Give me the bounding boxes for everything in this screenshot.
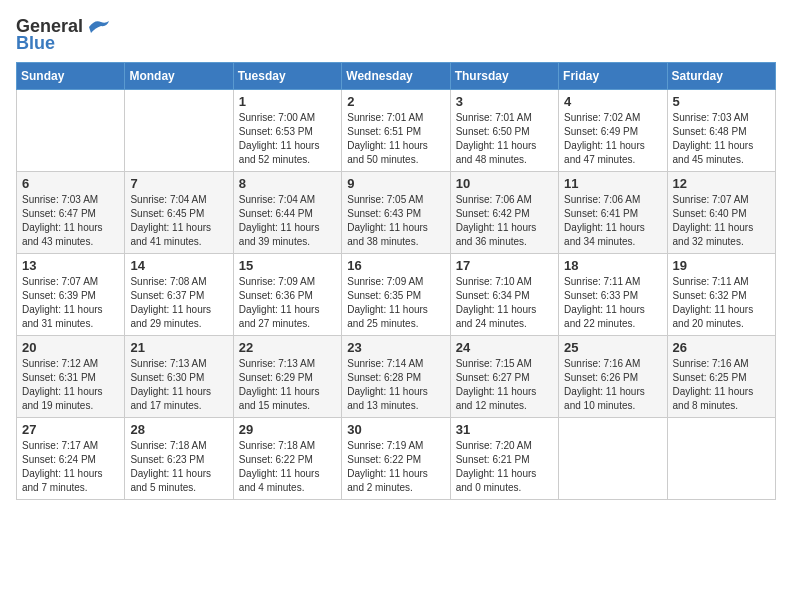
calendar-cell: 24Sunrise: 7:15 AMSunset: 6:27 PMDayligh… xyxy=(450,336,558,418)
day-number: 11 xyxy=(564,176,661,191)
calendar-cell: 19Sunrise: 7:11 AMSunset: 6:32 PMDayligh… xyxy=(667,254,775,336)
calendar-cell: 11Sunrise: 7:06 AMSunset: 6:41 PMDayligh… xyxy=(559,172,667,254)
calendar-cell xyxy=(667,418,775,500)
page-header: General Blue xyxy=(16,16,776,54)
day-info: Sunrise: 7:09 AMSunset: 6:36 PMDaylight:… xyxy=(239,275,336,331)
calendar-cell: 12Sunrise: 7:07 AMSunset: 6:40 PMDayligh… xyxy=(667,172,775,254)
day-info: Sunrise: 7:06 AMSunset: 6:42 PMDaylight:… xyxy=(456,193,553,249)
calendar-week-row: 13Sunrise: 7:07 AMSunset: 6:39 PMDayligh… xyxy=(17,254,776,336)
day-info: Sunrise: 7:19 AMSunset: 6:22 PMDaylight:… xyxy=(347,439,444,495)
calendar-cell: 28Sunrise: 7:18 AMSunset: 6:23 PMDayligh… xyxy=(125,418,233,500)
day-info: Sunrise: 7:05 AMSunset: 6:43 PMDaylight:… xyxy=(347,193,444,249)
day-info: Sunrise: 7:08 AMSunset: 6:37 PMDaylight:… xyxy=(130,275,227,331)
day-number: 3 xyxy=(456,94,553,109)
calendar-cell: 31Sunrise: 7:20 AMSunset: 6:21 PMDayligh… xyxy=(450,418,558,500)
day-info: Sunrise: 7:18 AMSunset: 6:23 PMDaylight:… xyxy=(130,439,227,495)
calendar-week-row: 20Sunrise: 7:12 AMSunset: 6:31 PMDayligh… xyxy=(17,336,776,418)
day-number: 2 xyxy=(347,94,444,109)
calendar-header: SundayMondayTuesdayWednesdayThursdayFrid… xyxy=(17,63,776,90)
day-number: 21 xyxy=(130,340,227,355)
calendar-cell: 2Sunrise: 7:01 AMSunset: 6:51 PMDaylight… xyxy=(342,90,450,172)
day-info: Sunrise: 7:17 AMSunset: 6:24 PMDaylight:… xyxy=(22,439,119,495)
day-info: Sunrise: 7:13 AMSunset: 6:30 PMDaylight:… xyxy=(130,357,227,413)
day-number: 20 xyxy=(22,340,119,355)
day-info: Sunrise: 7:12 AMSunset: 6:31 PMDaylight:… xyxy=(22,357,119,413)
calendar-cell: 13Sunrise: 7:07 AMSunset: 6:39 PMDayligh… xyxy=(17,254,125,336)
day-info: Sunrise: 7:04 AMSunset: 6:45 PMDaylight:… xyxy=(130,193,227,249)
weekday-header-thursday: Thursday xyxy=(450,63,558,90)
day-number: 27 xyxy=(22,422,119,437)
calendar-cell: 6Sunrise: 7:03 AMSunset: 6:47 PMDaylight… xyxy=(17,172,125,254)
calendar-cell: 30Sunrise: 7:19 AMSunset: 6:22 PMDayligh… xyxy=(342,418,450,500)
day-info: Sunrise: 7:06 AMSunset: 6:41 PMDaylight:… xyxy=(564,193,661,249)
day-number: 13 xyxy=(22,258,119,273)
day-info: Sunrise: 7:15 AMSunset: 6:27 PMDaylight:… xyxy=(456,357,553,413)
day-number: 5 xyxy=(673,94,770,109)
day-number: 12 xyxy=(673,176,770,191)
calendar-week-row: 6Sunrise: 7:03 AMSunset: 6:47 PMDaylight… xyxy=(17,172,776,254)
calendar-body: 1Sunrise: 7:00 AMSunset: 6:53 PMDaylight… xyxy=(17,90,776,500)
day-number: 8 xyxy=(239,176,336,191)
calendar-cell: 1Sunrise: 7:00 AMSunset: 6:53 PMDaylight… xyxy=(233,90,341,172)
weekday-header-saturday: Saturday xyxy=(667,63,775,90)
calendar-cell: 4Sunrise: 7:02 AMSunset: 6:49 PMDaylight… xyxy=(559,90,667,172)
day-info: Sunrise: 7:20 AMSunset: 6:21 PMDaylight:… xyxy=(456,439,553,495)
day-number: 4 xyxy=(564,94,661,109)
calendar-cell: 22Sunrise: 7:13 AMSunset: 6:29 PMDayligh… xyxy=(233,336,341,418)
calendar-cell xyxy=(125,90,233,172)
calendar-cell: 20Sunrise: 7:12 AMSunset: 6:31 PMDayligh… xyxy=(17,336,125,418)
day-info: Sunrise: 7:11 AMSunset: 6:32 PMDaylight:… xyxy=(673,275,770,331)
calendar-cell xyxy=(17,90,125,172)
day-number: 31 xyxy=(456,422,553,437)
day-number: 19 xyxy=(673,258,770,273)
calendar-cell: 27Sunrise: 7:17 AMSunset: 6:24 PMDayligh… xyxy=(17,418,125,500)
day-info: Sunrise: 7:01 AMSunset: 6:51 PMDaylight:… xyxy=(347,111,444,167)
day-info: Sunrise: 7:14 AMSunset: 6:28 PMDaylight:… xyxy=(347,357,444,413)
day-info: Sunrise: 7:04 AMSunset: 6:44 PMDaylight:… xyxy=(239,193,336,249)
day-number: 6 xyxy=(22,176,119,191)
calendar-cell: 10Sunrise: 7:06 AMSunset: 6:42 PMDayligh… xyxy=(450,172,558,254)
day-number: 29 xyxy=(239,422,336,437)
day-number: 14 xyxy=(130,258,227,273)
day-number: 26 xyxy=(673,340,770,355)
calendar-cell: 21Sunrise: 7:13 AMSunset: 6:30 PMDayligh… xyxy=(125,336,233,418)
calendar-cell: 9Sunrise: 7:05 AMSunset: 6:43 PMDaylight… xyxy=(342,172,450,254)
day-number: 22 xyxy=(239,340,336,355)
day-number: 16 xyxy=(347,258,444,273)
calendar-cell: 17Sunrise: 7:10 AMSunset: 6:34 PMDayligh… xyxy=(450,254,558,336)
day-info: Sunrise: 7:16 AMSunset: 6:25 PMDaylight:… xyxy=(673,357,770,413)
day-number: 15 xyxy=(239,258,336,273)
calendar-cell xyxy=(559,418,667,500)
day-info: Sunrise: 7:10 AMSunset: 6:34 PMDaylight:… xyxy=(456,275,553,331)
weekday-header-wednesday: Wednesday xyxy=(342,63,450,90)
calendar-cell: 8Sunrise: 7:04 AMSunset: 6:44 PMDaylight… xyxy=(233,172,341,254)
day-number: 23 xyxy=(347,340,444,355)
day-number: 7 xyxy=(130,176,227,191)
day-info: Sunrise: 7:01 AMSunset: 6:50 PMDaylight:… xyxy=(456,111,553,167)
day-info: Sunrise: 7:03 AMSunset: 6:48 PMDaylight:… xyxy=(673,111,770,167)
calendar-cell: 29Sunrise: 7:18 AMSunset: 6:22 PMDayligh… xyxy=(233,418,341,500)
day-number: 25 xyxy=(564,340,661,355)
calendar-cell: 14Sunrise: 7:08 AMSunset: 6:37 PMDayligh… xyxy=(125,254,233,336)
calendar-table: SundayMondayTuesdayWednesdayThursdayFrid… xyxy=(16,62,776,500)
weekday-header-friday: Friday xyxy=(559,63,667,90)
day-info: Sunrise: 7:18 AMSunset: 6:22 PMDaylight:… xyxy=(239,439,336,495)
calendar-cell: 25Sunrise: 7:16 AMSunset: 6:26 PMDayligh… xyxy=(559,336,667,418)
calendar-cell: 23Sunrise: 7:14 AMSunset: 6:28 PMDayligh… xyxy=(342,336,450,418)
day-number: 30 xyxy=(347,422,444,437)
day-info: Sunrise: 7:13 AMSunset: 6:29 PMDaylight:… xyxy=(239,357,336,413)
logo-bird-icon xyxy=(87,19,109,35)
day-number: 28 xyxy=(130,422,227,437)
day-info: Sunrise: 7:03 AMSunset: 6:47 PMDaylight:… xyxy=(22,193,119,249)
calendar-cell: 3Sunrise: 7:01 AMSunset: 6:50 PMDaylight… xyxy=(450,90,558,172)
day-number: 9 xyxy=(347,176,444,191)
calendar-cell: 7Sunrise: 7:04 AMSunset: 6:45 PMDaylight… xyxy=(125,172,233,254)
day-number: 1 xyxy=(239,94,336,109)
day-info: Sunrise: 7:07 AMSunset: 6:39 PMDaylight:… xyxy=(22,275,119,331)
weekday-header-tuesday: Tuesday xyxy=(233,63,341,90)
calendar-cell: 15Sunrise: 7:09 AMSunset: 6:36 PMDayligh… xyxy=(233,254,341,336)
day-info: Sunrise: 7:07 AMSunset: 6:40 PMDaylight:… xyxy=(673,193,770,249)
calendar-cell: 16Sunrise: 7:09 AMSunset: 6:35 PMDayligh… xyxy=(342,254,450,336)
day-info: Sunrise: 7:02 AMSunset: 6:49 PMDaylight:… xyxy=(564,111,661,167)
day-number: 10 xyxy=(456,176,553,191)
